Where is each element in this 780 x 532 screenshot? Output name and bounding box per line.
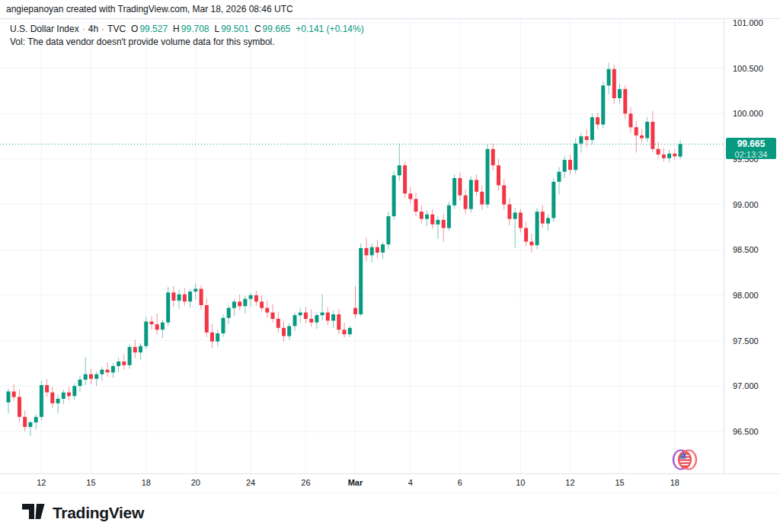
time-tick-label: 18 [129, 478, 163, 487]
tradingview-wordmark: TradingView [53, 504, 144, 522]
last-price-label: 99.665 02:13:34 [726, 138, 776, 159]
change-value: +0.141 (+0.14%) [296, 24, 363, 34]
time-tick-label: 12 [553, 478, 587, 487]
price-tick-label: 98.000 [733, 291, 759, 300]
price-axis[interactable]: 101.000100.500100.00099.50099.00098.5009… [724, 19, 780, 473]
time-tick-label: 26 [289, 478, 322, 487]
time-tick-label: 24 [234, 478, 267, 487]
time-tick-label: 6 [443, 478, 477, 487]
time-tick-label: 15 [603, 478, 637, 487]
price-tick-label: 97.500 [733, 336, 759, 346]
symbol-title[interactable]: U.S. Dollar Index [10, 24, 79, 34]
separator: · [82, 24, 85, 34]
price-tick-label: 100.500 [733, 64, 763, 73]
tradingview-snapshot: angiepanoyan created with TradingView.co… [0, 0, 780, 532]
open-value: 99.527 [139, 24, 168, 34]
volume-notice: Vol: The data vendor doesn't provide vol… [10, 36, 364, 49]
low-letter: L [214, 24, 219, 34]
time-tick-label: 15 [74, 478, 107, 487]
legend-row-main: U.S. Dollar Index·4h·TVCO99.527H99.708L9… [10, 23, 364, 36]
last-price-value: 99.665 [726, 139, 776, 150]
high-value: 99.708 [181, 24, 209, 34]
time-axis[interactable]: 121518202426Mar4610121518 [0, 473, 780, 493]
time-tick-label: 18 [658, 478, 692, 487]
separator: · [101, 24, 104, 34]
exchange-name[interactable]: TVC [107, 24, 126, 34]
bar-countdown-timer: 02:13:34 [726, 150, 776, 159]
high-letter: H [173, 24, 180, 34]
price-tick-label: 100.000 [733, 109, 763, 118]
interval-value[interactable]: 4h [88, 24, 98, 34]
price-tick-label: 101.000 [733, 18, 763, 27]
price-tick-label: 97.000 [733, 381, 759, 390]
open-letter: O [131, 24, 138, 34]
time-tick-label: 10 [503, 478, 537, 487]
time-tick-label: 4 [394, 478, 427, 487]
time-tick-label: 20 [179, 478, 213, 487]
price-tick-label: 98.500 [733, 245, 759, 254]
footer: TradingView [0, 493, 780, 532]
attribution-text: angiepanoyan created with TradingView.co… [0, 0, 780, 19]
low-value: 99.501 [221, 24, 249, 34]
us-dollar-index-flag-icon [671, 448, 698, 471]
time-tick-label: Mar [338, 478, 372, 487]
price-tick-label: 96.500 [733, 427, 759, 436]
tradingview-logo[interactable]: TradingView [21, 502, 144, 524]
legend: U.S. Dollar Index·4h·TVCO99.527H99.708L9… [10, 23, 364, 49]
tradingview-mark-icon [21, 502, 46, 524]
time-tick-label: 12 [24, 478, 58, 487]
candlestick-chart[interactable] [0, 19, 724, 473]
chart-pane[interactable]: U.S. Dollar Index·4h·TVCO99.527H99.708L9… [0, 19, 724, 473]
close-value: 99.665 [263, 24, 291, 34]
close-letter: C [254, 24, 261, 34]
price-tick-label: 99.000 [733, 200, 759, 209]
